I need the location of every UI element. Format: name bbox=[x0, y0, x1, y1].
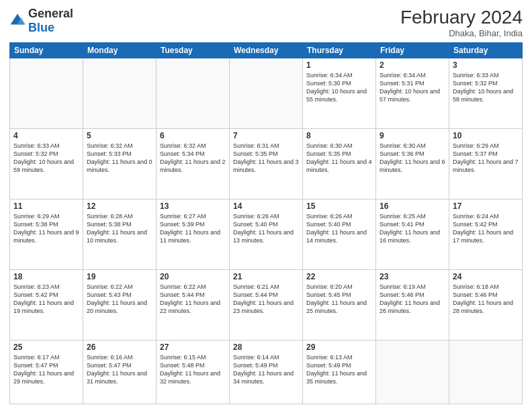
title-block: February 2024 Dhaka, Bihar, India bbox=[400, 7, 523, 38]
calendar-cell: 19Sunrise: 6:22 AMSunset: 5:43 PMDayligh… bbox=[83, 269, 157, 340]
calendar-cell: 14Sunrise: 6:26 AMSunset: 5:40 PMDayligh… bbox=[230, 199, 303, 269]
calendar-week-row: 1Sunrise: 6:34 AMSunset: 5:30 PMDaylight… bbox=[10, 58, 523, 129]
calendar-cell: 1Sunrise: 6:34 AMSunset: 5:30 PMDaylight… bbox=[303, 58, 376, 129]
calendar-cell bbox=[376, 340, 449, 404]
day-info: Sunrise: 6:27 AMSunset: 5:39 PMDaylight:… bbox=[160, 212, 226, 245]
day-info: Sunrise: 6:29 AMSunset: 5:38 PMDaylight:… bbox=[13, 212, 79, 245]
weekday-header: Wednesday bbox=[230, 43, 303, 58]
day-number: 10 bbox=[453, 131, 519, 140]
day-info: Sunrise: 6:21 AMSunset: 5:44 PMDaylight:… bbox=[233, 283, 299, 316]
calendar-cell: 26Sunrise: 6:16 AMSunset: 5:47 PMDayligh… bbox=[83, 340, 157, 404]
calendar-header-row: SundayMondayTuesdayWednesdayThursdayFrid… bbox=[10, 43, 523, 58]
calendar-cell: 8Sunrise: 6:30 AMSunset: 5:35 PMDaylight… bbox=[303, 128, 376, 199]
calendar-cell: 17Sunrise: 6:24 AMSunset: 5:42 PMDayligh… bbox=[449, 199, 523, 269]
calendar-cell bbox=[83, 58, 157, 129]
day-number: 24 bbox=[453, 272, 519, 281]
calendar-week-row: 4Sunrise: 6:33 AMSunset: 5:32 PMDaylight… bbox=[10, 128, 523, 199]
calendar-cell: 9Sunrise: 6:30 AMSunset: 5:36 PMDaylight… bbox=[376, 128, 449, 199]
day-number: 15 bbox=[306, 201, 372, 211]
calendar-cell: 22Sunrise: 6:20 AMSunset: 5:45 PMDayligh… bbox=[303, 269, 376, 340]
day-number: 17 bbox=[453, 201, 519, 211]
calendar: SundayMondayTuesdayWednesdayThursdayFrid… bbox=[9, 42, 523, 404]
calendar-cell: 6Sunrise: 6:32 AMSunset: 5:34 PMDaylight… bbox=[157, 128, 230, 199]
calendar-cell bbox=[230, 58, 303, 129]
day-info: Sunrise: 6:20 AMSunset: 5:45 PMDaylight:… bbox=[306, 283, 372, 316]
day-info: Sunrise: 6:31 AMSunset: 5:35 PMDaylight:… bbox=[233, 142, 299, 175]
day-info: Sunrise: 6:26 AMSunset: 5:40 PMDaylight:… bbox=[233, 212, 299, 245]
day-number: 5 bbox=[87, 131, 152, 140]
weekday-header: Monday bbox=[83, 43, 157, 58]
calendar-cell bbox=[157, 58, 230, 129]
header: General Blue February 2024 Dhaka, Bihar,… bbox=[9, 7, 523, 38]
day-number: 19 bbox=[87, 272, 152, 281]
calendar-week-row: 25Sunrise: 6:17 AMSunset: 5:47 PMDayligh… bbox=[10, 340, 523, 404]
day-info: Sunrise: 6:34 AMSunset: 5:30 PMDaylight:… bbox=[306, 71, 372, 104]
day-info: Sunrise: 6:19 AMSunset: 5:46 PMDaylight:… bbox=[380, 283, 445, 316]
weekday-header: Thursday bbox=[303, 43, 376, 58]
location: Dhaka, Bihar, India bbox=[400, 28, 523, 38]
calendar-cell: 15Sunrise: 6:26 AMSunset: 5:40 PMDayligh… bbox=[303, 199, 376, 269]
calendar-cell: 18Sunrise: 6:23 AMSunset: 5:42 PMDayligh… bbox=[10, 269, 83, 340]
day-info: Sunrise: 6:18 AMSunset: 5:46 PMDaylight:… bbox=[453, 283, 519, 316]
calendar-cell bbox=[10, 58, 83, 129]
calendar-cell: 24Sunrise: 6:18 AMSunset: 5:46 PMDayligh… bbox=[449, 269, 523, 340]
calendar-cell: 28Sunrise: 6:14 AMSunset: 5:49 PMDayligh… bbox=[230, 340, 303, 404]
calendar-cell bbox=[449, 340, 523, 404]
day-number: 14 bbox=[233, 201, 299, 211]
day-info: Sunrise: 6:33 AMSunset: 5:32 PMDaylight:… bbox=[453, 71, 519, 104]
calendar-cell: 21Sunrise: 6:21 AMSunset: 5:44 PMDayligh… bbox=[230, 269, 303, 340]
day-number: 1 bbox=[306, 60, 372, 70]
day-number: 22 bbox=[306, 272, 372, 281]
day-info: Sunrise: 6:29 AMSunset: 5:37 PMDaylight:… bbox=[453, 142, 519, 175]
weekday-header: Saturday bbox=[449, 43, 523, 58]
calendar-cell: 10Sunrise: 6:29 AMSunset: 5:37 PMDayligh… bbox=[449, 128, 523, 199]
weekday-header: Sunday bbox=[10, 43, 83, 58]
day-number: 20 bbox=[160, 272, 226, 281]
calendar-cell: 29Sunrise: 6:13 AMSunset: 5:49 PMDayligh… bbox=[303, 340, 376, 404]
day-info: Sunrise: 6:15 AMSunset: 5:48 PMDaylight:… bbox=[160, 353, 226, 386]
day-info: Sunrise: 6:22 AMSunset: 5:43 PMDaylight:… bbox=[87, 283, 152, 316]
calendar-cell: 23Sunrise: 6:19 AMSunset: 5:46 PMDayligh… bbox=[376, 269, 449, 340]
calendar-cell: 3Sunrise: 6:33 AMSunset: 5:32 PMDaylight… bbox=[449, 58, 523, 129]
day-info: Sunrise: 6:14 AMSunset: 5:49 PMDaylight:… bbox=[233, 353, 299, 386]
day-info: Sunrise: 6:24 AMSunset: 5:42 PMDaylight:… bbox=[453, 212, 519, 245]
weekday-header: Friday bbox=[376, 43, 449, 58]
calendar-cell: 16Sunrise: 6:25 AMSunset: 5:41 PMDayligh… bbox=[376, 199, 449, 269]
day-info: Sunrise: 6:30 AMSunset: 5:35 PMDaylight:… bbox=[306, 142, 372, 175]
calendar-cell: 12Sunrise: 6:28 AMSunset: 5:38 PMDayligh… bbox=[83, 199, 157, 269]
day-number: 25 bbox=[13, 342, 79, 352]
logo-text: General Blue bbox=[28, 7, 73, 35]
day-info: Sunrise: 6:17 AMSunset: 5:47 PMDaylight:… bbox=[13, 353, 79, 386]
day-number: 7 bbox=[233, 131, 299, 140]
day-number: 26 bbox=[87, 342, 152, 352]
day-number: 29 bbox=[306, 342, 372, 352]
day-number: 28 bbox=[233, 342, 299, 352]
day-number: 27 bbox=[160, 342, 226, 352]
day-number: 13 bbox=[160, 201, 226, 211]
day-info: Sunrise: 6:26 AMSunset: 5:40 PMDaylight:… bbox=[306, 212, 372, 245]
day-info: Sunrise: 6:22 AMSunset: 5:44 PMDaylight:… bbox=[160, 283, 226, 316]
day-info: Sunrise: 6:34 AMSunset: 5:31 PMDaylight:… bbox=[380, 71, 445, 104]
calendar-cell: 25Sunrise: 6:17 AMSunset: 5:47 PMDayligh… bbox=[10, 340, 83, 404]
calendar-cell: 13Sunrise: 6:27 AMSunset: 5:39 PMDayligh… bbox=[157, 199, 230, 269]
weekday-header: Tuesday bbox=[157, 43, 230, 58]
month-year: February 2024 bbox=[400, 7, 523, 28]
logo-general: General bbox=[28, 7, 73, 20]
day-number: 6 bbox=[160, 131, 226, 140]
calendar-cell: 20Sunrise: 6:22 AMSunset: 5:44 PMDayligh… bbox=[157, 269, 230, 340]
day-info: Sunrise: 6:32 AMSunset: 5:33 PMDaylight:… bbox=[87, 142, 152, 175]
day-number: 16 bbox=[380, 201, 445, 211]
calendar-cell: 27Sunrise: 6:15 AMSunset: 5:48 PMDayligh… bbox=[157, 340, 230, 404]
day-info: Sunrise: 6:30 AMSunset: 5:36 PMDaylight:… bbox=[380, 142, 445, 175]
day-info: Sunrise: 6:28 AMSunset: 5:38 PMDaylight:… bbox=[87, 212, 152, 245]
day-number: 21 bbox=[233, 272, 299, 281]
day-number: 9 bbox=[380, 131, 445, 140]
day-info: Sunrise: 6:33 AMSunset: 5:32 PMDaylight:… bbox=[13, 142, 79, 175]
day-info: Sunrise: 6:25 AMSunset: 5:41 PMDaylight:… bbox=[380, 212, 445, 245]
logo-icon bbox=[9, 13, 26, 29]
day-info: Sunrise: 6:16 AMSunset: 5:47 PMDaylight:… bbox=[87, 353, 152, 386]
calendar-week-row: 11Sunrise: 6:29 AMSunset: 5:38 PMDayligh… bbox=[10, 199, 523, 269]
logo-blue: Blue bbox=[28, 21, 54, 34]
calendar-cell: 5Sunrise: 6:32 AMSunset: 5:33 PMDaylight… bbox=[83, 128, 157, 199]
calendar-cell: 7Sunrise: 6:31 AMSunset: 5:35 PMDaylight… bbox=[230, 128, 303, 199]
